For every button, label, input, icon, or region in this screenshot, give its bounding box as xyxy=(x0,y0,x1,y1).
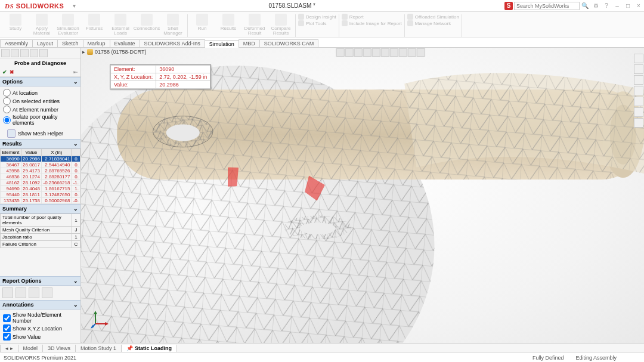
help-icon[interactable]: ? xyxy=(602,2,611,10)
status-right: Editing Assembly xyxy=(575,355,617,361)
ribbon-include-image-for-report[interactable]: Include Image for Report xyxy=(342,20,402,26)
cancel-button[interactable]: ✖ xyxy=(10,69,14,75)
tab-sketch[interactable]: Sketch xyxy=(57,39,83,47)
ribbon-shell-manager[interactable]: Shell Manager xyxy=(160,13,186,36)
summary-row: Mesh Quality CriterionJ xyxy=(1,227,80,234)
report-chart-icon[interactable] xyxy=(29,287,39,298)
tab-mbd[interactable]: MBD xyxy=(239,39,260,47)
bottom-tab-nav[interactable]: ◂ ▸ xyxy=(0,345,18,352)
search-input[interactable] xyxy=(514,2,580,10)
ribbon-results[interactable]: Results xyxy=(215,13,242,32)
taskpane-library-icon[interactable] xyxy=(634,75,643,85)
ribbon-connections[interactable]: Connections xyxy=(134,13,160,32)
settings-icon[interactable]: ⚙ xyxy=(592,2,600,10)
pm-tab-display-icon[interactable] xyxy=(30,49,38,57)
graphics-viewport[interactable]: ▸ 01758 (01758-DCRT) xyxy=(81,48,644,343)
ribbon-external-loads[interactable]: External Loads xyxy=(107,13,134,36)
results-table-wrap: ElementValueX (in)3609020.29862.71835041… xyxy=(0,148,80,204)
results-row[interactable]: 3646726.08172.544149400. xyxy=(1,162,80,168)
min-icon[interactable]: – xyxy=(613,2,621,10)
taskpane-home-icon[interactable] xyxy=(634,54,643,63)
results-row[interactable]: 4816228.1092-0.23666218-1. xyxy=(1,180,80,186)
taskpane-view-icon[interactable] xyxy=(634,86,643,95)
ribbon-run[interactable]: Run xyxy=(189,13,215,32)
bottom-tabs: ◂ ▸ Model3D ViewsMotion Study 1📌Static L… xyxy=(0,343,644,352)
pushpin-icon[interactable]: ⇤ xyxy=(73,69,78,75)
orientation-triad[interactable] xyxy=(91,310,110,329)
tab-markup[interactable]: Markup xyxy=(83,39,110,47)
mesh-wireframe xyxy=(81,48,644,343)
restore-icon[interactable]: □ xyxy=(624,2,632,10)
summary-header[interactable]: Summary⌄ xyxy=(0,204,80,214)
ribbon-plot-tools[interactable]: Plot Tools xyxy=(298,20,336,26)
summary-table: Total number of poor quality elements1Me… xyxy=(0,214,80,248)
taskpane-appearance-icon[interactable] xyxy=(634,97,643,106)
tab-solidworks-add-ins[interactable]: SOLIDWORKS Add-Ins xyxy=(140,39,205,47)
report-save-icon[interactable] xyxy=(2,287,13,298)
ribbon-study[interactable]: Study xyxy=(2,13,29,32)
ribbon-report[interactable]: Report xyxy=(342,14,402,20)
report-export-icon[interactable] xyxy=(42,287,52,298)
options-header[interactable]: Options⌄ xyxy=(0,77,80,86)
annot-show-node-element-number[interactable]: Show Node/Element Number xyxy=(3,312,78,324)
app-logo: DS SOLIDWORKS xyxy=(0,2,69,10)
status-bar: SOLIDWORKS Premium 2021 Fully Defined Ed… xyxy=(0,352,644,362)
results-row[interactable]: 4395829.41732.887655260. xyxy=(1,168,80,174)
confirm-row: ✔ ✖ ⇤ xyxy=(0,68,80,77)
bottom-tab-motion-study-1[interactable]: Motion Study 1 xyxy=(76,345,122,352)
ribbon-deformed-result[interactable]: Deformed Result xyxy=(242,13,268,36)
tab-evaluate[interactable]: Evaluate xyxy=(110,39,140,47)
tab-assembly[interactable]: Assembly xyxy=(0,39,33,47)
taskpane-forum-icon[interactable] xyxy=(634,118,643,128)
bottom-tab-3d-views[interactable]: 3D Views xyxy=(43,345,76,352)
pm-tab-config-icon[interactable] xyxy=(20,49,29,57)
pm-tab-property-icon[interactable] xyxy=(11,49,19,57)
report-options-header[interactable]: Report Options⌄ xyxy=(0,276,80,286)
mesh-helper-row[interactable]: Show Mesh Helper xyxy=(0,128,80,139)
taskpane-custom-icon[interactable] xyxy=(634,107,643,117)
tab-simulation[interactable]: Simulation xyxy=(205,40,239,48)
results-header[interactable]: Results⌄ xyxy=(0,139,80,148)
ok-button[interactable]: ✔ xyxy=(2,69,7,75)
pm-tab-sim-icon[interactable] xyxy=(39,49,48,57)
ribbon-design-insight[interactable]: Design Insight xyxy=(298,14,336,20)
doc-title: 01758.SLDASM * xyxy=(79,2,504,9)
annot-show-value[interactable]: Show Value xyxy=(3,333,78,341)
option-on-selected-entities[interactable]: On selected entities xyxy=(3,97,78,105)
status-center: Fully Defined xyxy=(532,355,564,361)
results-row[interactable]: 4683620.12742.882801770. xyxy=(1,174,80,180)
annot-show-x-y-z-location[interactable]: Show X,Y,Z Location xyxy=(3,324,78,332)
ribbon-compare-results[interactable]: Compare Results xyxy=(268,13,294,36)
close-icon[interactable]: × xyxy=(634,2,643,10)
ribbon: StudyApply MaterialSimulation EvaluatorF… xyxy=(0,12,644,38)
results-row[interactable]: 9544028.18113.124876500. xyxy=(1,192,80,198)
panel-title: Probe and Diagnose xyxy=(0,58,80,68)
bottom-tab-static-loading[interactable]: 📌Static Loading xyxy=(122,345,177,352)
taskpane-resources-icon[interactable] xyxy=(634,64,643,74)
ribbon-manage-network[interactable]: Manage Network xyxy=(407,20,459,26)
ribbon-simulation-evaluator[interactable]: Simulation Evaluator xyxy=(55,13,81,36)
option-isolate-poor-quality-elements[interactable]: Isolate poor quality elements xyxy=(3,114,78,126)
qat-arrow-icon[interactable]: ▾ xyxy=(70,2,78,10)
results-row[interactable]: 9469020.40481.861677151. xyxy=(1,186,80,192)
option-at-element-number[interactable]: At Element number xyxy=(3,106,78,113)
annotations-header[interactable]: Annotations⌄ xyxy=(0,300,80,310)
property-manager: Probe and Diagnose ✔ ✖ ⇤ Options⌄ At loc… xyxy=(0,48,81,343)
ribbon-offloaded-simulation[interactable]: Offloaded Simulation xyxy=(407,14,459,20)
results-row[interactable]: 13343525.17380.50002968-0. xyxy=(1,198,80,204)
report-copy-icon[interactable] xyxy=(16,287,26,298)
results-row[interactable]: 3609020.29862.718350410. xyxy=(1,156,80,162)
ribbon-apply-material[interactable]: Apply Material xyxy=(29,13,55,36)
ribbon-fixtures[interactable]: Fixtures xyxy=(81,13,107,32)
summary-row: Jacobian ratio1 xyxy=(1,234,80,241)
summary-body: Total number of poor quality elements1Me… xyxy=(0,214,80,248)
probe-tooltip: Element:36090X, Y, Z Location:2.72, 0.20… xyxy=(110,64,211,89)
option-at-location[interactable]: At location xyxy=(3,89,78,97)
poor-element-highlight xyxy=(228,165,239,189)
tab-solidworks-cam[interactable]: SOLIDWORKS CAM xyxy=(259,39,319,47)
search-icon[interactable]: 🔍 xyxy=(581,2,589,10)
pm-tab-feature-icon[interactable] xyxy=(1,49,10,57)
tab-layout[interactable]: Layout xyxy=(32,39,58,47)
bottom-tab-model[interactable]: Model xyxy=(18,345,44,352)
results-table[interactable]: ElementValueX (in)3609020.29862.71835041… xyxy=(0,148,80,204)
